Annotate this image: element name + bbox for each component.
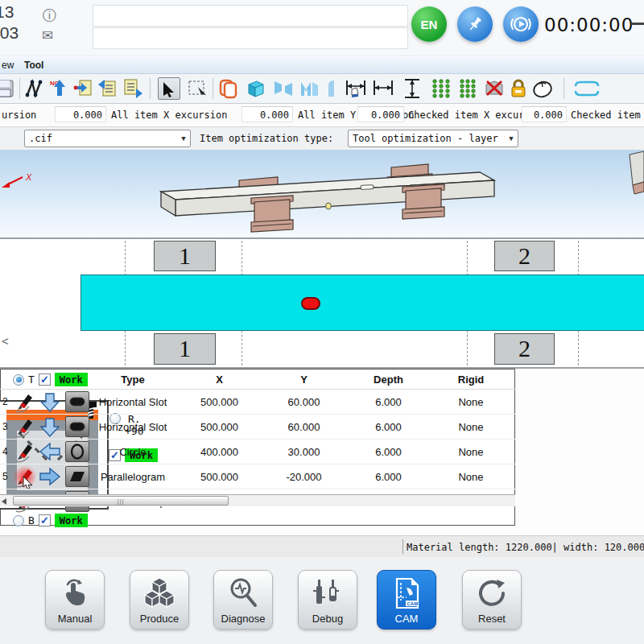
date-display: 13 /03 <box>0 2 40 43</box>
mail-icon[interactable]: ✉ <box>42 27 53 44</box>
measure-polyline-icon[interactable] <box>24 77 47 100</box>
minimize-button[interactable] <box>631 23 644 25</box>
doc-forward-icon[interactable] <box>72 77 95 100</box>
bottom-nav: Manual Produce Diagnose Debug <box>0 557 644 644</box>
dot-grid-icon[interactable] <box>430 77 452 100</box>
checked-item-y-excursion-field[interactable]: 0.000 <box>522 106 567 122</box>
cell-y: 30.000 <box>262 446 346 458</box>
edit-pen-icon[interactable] <box>13 390 37 414</box>
edit-pen-icon-active[interactable] <box>13 465 37 489</box>
header-depth[interactable]: Depth <box>346 374 431 386</box>
top-bar: 13 /03 ⓘ ✉ EN 00:00:00 <box>0 0 644 55</box>
excursion-row: ursion 0.000 All item X excursion 0.000 … <box>0 104 644 127</box>
scroll-left-icon[interactable] <box>2 498 6 505</box>
message-field-1[interactable] <box>93 5 408 27</box>
save-icon[interactable] <box>0 77 16 100</box>
language-button[interactable]: EN <box>411 6 447 42</box>
all-item-x-excursion-field[interactable]: 0.000 <box>55 106 106 122</box>
dim-horizontal-icon[interactable] <box>372 77 394 100</box>
selected-slot-feature[interactable] <box>301 297 320 310</box>
workpiece-3d-drawing: X <box>0 150 644 237</box>
cursor-select-icon[interactable] <box>158 77 180 100</box>
material-info: Material length: 1220.000| width: 120.00… <box>407 542 644 553</box>
debug-button[interactable]: Debug <box>298 570 357 630</box>
table-hscrollbar[interactable]: ||| <box>0 494 515 506</box>
produce-button[interactable]: Produce <box>130 570 189 630</box>
slot-shape-icon[interactable] <box>65 416 89 437</box>
clamp2-label: 2 <box>518 335 530 361</box>
mouse-icon[interactable] <box>531 77 554 100</box>
dim-horizontal-diamond-icon[interactable] <box>345 77 367 100</box>
circle-shape-icon[interactable] <box>65 441 89 462</box>
cell-x: 500.000 <box>177 421 262 433</box>
menu-view[interactable]: ew <box>2 60 14 71</box>
table-header: Type X Y Depth Rigid <box>0 369 515 390</box>
table-row[interactable]: 2 Horizontal Slot 500.000 60.000 6.000 N… <box>0 390 515 415</box>
row-number: 2 <box>2 396 12 407</box>
marquee-select-icon[interactable] <box>187 77 209 100</box>
row-number: 3 <box>2 421 12 432</box>
brackets-icon[interactable] <box>572 77 602 100</box>
play-icon <box>510 13 532 35</box>
edit-pen-icon[interactable] <box>13 440 37 464</box>
cell-rigid: None <box>431 421 511 433</box>
parallelogram-shape-icon[interactable] <box>65 466 89 487</box>
magnifier-pulse-icon <box>227 576 259 609</box>
m-shape-icon[interactable] <box>298 77 320 100</box>
pin-button[interactable] <box>457 6 493 42</box>
play-record-button[interactable] <box>503 6 539 42</box>
all-item-y-excursion-field[interactable]: 0.000 <box>242 106 293 122</box>
frame-orange-icon[interactable] <box>217 77 240 100</box>
lock-icon[interactable] <box>507 77 530 100</box>
message-field-2[interactable] <box>93 27 408 49</box>
axis-x-label: X <box>25 172 32 182</box>
dot-grid-2-icon[interactable] <box>457 77 480 100</box>
cell-rigid: None <box>431 446 511 458</box>
arrow-down-icon <box>38 416 62 438</box>
2d-layout-view[interactable]: 1 2 1 2 < <box>0 237 644 369</box>
cam-document-icon: CAM <box>390 576 423 610</box>
menu-tool[interactable]: Tool <box>24 60 43 71</box>
nc-upload-icon[interactable]: NC <box>48 77 71 100</box>
header-x[interactable]: X <box>177 374 262 386</box>
table-row[interactable]: 3 Horizontal Slot 500.000 60.000 6.000 N… <box>0 415 515 440</box>
trapezoid-pair-icon[interactable] <box>272 77 295 100</box>
bottom-side-label: B <box>28 514 35 526</box>
info-icon[interactable]: ⓘ <box>43 6 56 25</box>
material-bar[interactable] <box>80 275 644 331</box>
manual-button[interactable]: Manual <box>45 570 105 630</box>
checked-item-x-excursion-field[interactable]: 0.000 <box>357 106 404 122</box>
hand-tap-icon <box>60 576 90 609</box>
header-type[interactable]: Type <box>89 374 177 386</box>
box-3d-icon[interactable] <box>245 77 267 100</box>
table-row-selected[interactable]: 5 Parallelogram 500.000 -20.000 6.000 No… <box>0 464 515 489</box>
radio-bottom-side[interactable] <box>13 515 24 526</box>
reset-button[interactable]: Reset <box>462 570 522 630</box>
optimization-type-label: Item optimization type: <box>200 133 333 144</box>
doc-export-icon[interactable] <box>121 77 143 100</box>
scrollbar-thumb[interactable]: ||| <box>13 496 229 506</box>
pushpin-icon <box>466 15 484 33</box>
optimization-type-dropdown[interactable]: Tool optimization - layer first ▼ <box>348 130 518 147</box>
table-row[interactable]: 4 Circle 400.000 30.000 6.000 None <box>0 440 515 464</box>
arrow-right-icon <box>38 466 62 488</box>
doc-import-icon[interactable] <box>97 77 119 100</box>
row-number: 4 <box>2 446 12 457</box>
cell-x: 400.000 <box>177 446 262 458</box>
edit-pen-icon[interactable] <box>13 415 37 439</box>
file-format-value: .cif <box>25 133 177 144</box>
header-y[interactable]: Y <box>262 374 346 386</box>
work-bottom-badge: Work <box>55 514 88 527</box>
dim-vertical-icon[interactable] <box>401 77 423 100</box>
work-bottom-checkbox[interactable]: ✓ <box>39 514 51 526</box>
half-shape-icon[interactable] <box>322 77 345 100</box>
file-format-dropdown[interactable]: .cif ▼ <box>24 130 191 147</box>
delete-red-x-icon[interactable] <box>483 77 506 100</box>
slot-shape-icon[interactable] <box>65 391 89 412</box>
cam-button[interactable]: CAM CAM <box>377 570 436 630</box>
3d-preview[interactable]: X <box>0 150 644 237</box>
header-rigid[interactable]: Rigid <box>431 374 511 386</box>
manual-label: Manual <box>46 613 104 625</box>
cam-label: CAM <box>378 613 436 625</box>
diagnose-button[interactable]: Diagnose <box>213 570 273 630</box>
